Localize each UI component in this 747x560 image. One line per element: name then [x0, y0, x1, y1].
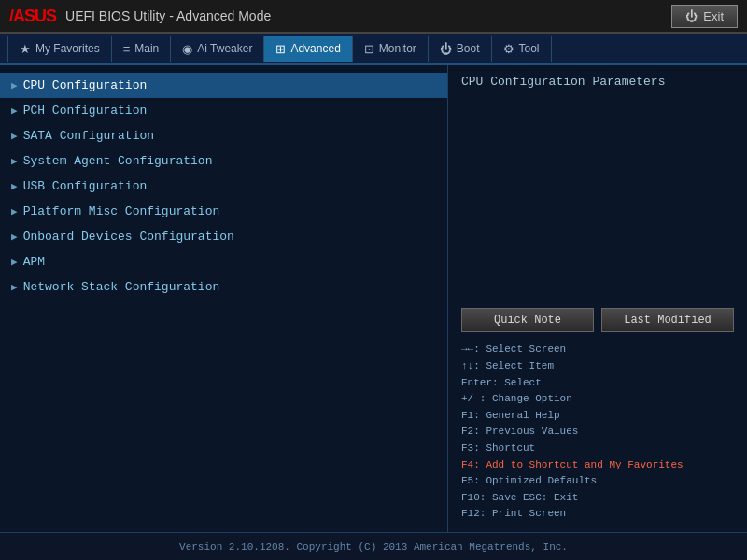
shortcut-item: F2: Previous Values [461, 424, 734, 441]
menu-arrow-pch-config: ▶ [11, 105, 18, 117]
menu-item-onboard-devices[interactable]: ▶Onboard Devices Configuration [0, 224, 447, 249]
menu-item-pch-config[interactable]: ▶PCH Configuration [0, 98, 447, 123]
nav-item-monitor[interactable]: ⊡Monitor [353, 36, 429, 62]
nav-label-main: Main [134, 42, 159, 55]
menu-label-sata-config: SATA Configuration [23, 129, 154, 143]
menu-arrow-sata-config: ▶ [11, 130, 18, 142]
last-modified-button[interactable]: Last Modified [601, 308, 734, 332]
menu-label-platform-misc: Platform Misc Configuration [23, 204, 220, 218]
shortcut-item: F12: Print Screen [461, 506, 734, 523]
menu-label-usb-config: USB Configuration [23, 179, 148, 193]
right-panel: CPU Configuration Parameters Quick Note … [448, 65, 747, 532]
nav-icon-boot: ⏻ [440, 42, 452, 56]
menu-arrow-network-stack: ▶ [11, 281, 18, 293]
shortcut-item: F1: General Help [461, 408, 734, 425]
nav-item-ai-tweaker[interactable]: ◉Ai Tweaker [171, 36, 264, 62]
menu-label-network-stack: Network Stack Configuration [23, 280, 220, 294]
menu-label-system-agent: System Agent Configuration [23, 154, 213, 168]
menu-item-apm[interactable]: ▶APM [0, 249, 447, 274]
nav-icon-monitor: ⊡ [364, 42, 374, 56]
menu-arrow-cpu-config: ▶ [11, 79, 18, 91]
header-title: UEFI BIOS Utility - Advanced Mode [65, 8, 671, 23]
navigation: ★My Favorites≡Main◉Ai Tweaker⊞Advanced⊡M… [0, 34, 747, 65]
menu-item-network-stack[interactable]: ▶Network Stack Configuration [0, 274, 447, 300]
keyboard-shortcuts: →←: Select Screen↑↓: Select ItemEnter: S… [461, 342, 734, 523]
shortcut-item: +/-: Change Option [461, 391, 734, 408]
nav-label-advanced: Advanced [290, 42, 340, 55]
menu-label-onboard-devices: Onboard Devices Configuration [23, 230, 234, 244]
nav-label-favorites: My Favorites [35, 42, 100, 55]
exit-button[interactable]: ⏻ Exit [671, 5, 738, 28]
shortcut-item: F4: Add to Shortcut and My Favorites [461, 457, 734, 474]
shortcut-text: F4: Add to Shortcut and My Favorites [461, 459, 684, 470]
menu-arrow-usb-config: ▶ [11, 180, 18, 192]
nav-item-boot[interactable]: ⏻Boot [429, 36, 492, 62]
nav-item-tool[interactable]: ⚙Tool [492, 36, 552, 62]
shortcut-item: F10: Save ESC: Exit [461, 490, 734, 507]
description-area [461, 98, 734, 299]
shortcut-item: F3: Shortcut [461, 441, 734, 457]
quick-note-button[interactable]: Quick Note [461, 308, 594, 332]
left-panel: ▶CPU Configuration▶PCH Configuration▶SAT… [0, 65, 448, 532]
main-content: ▶CPU Configuration▶PCH Configuration▶SAT… [0, 65, 747, 532]
menu-arrow-apm: ▶ [11, 256, 18, 268]
nav-item-favorites[interactable]: ★My Favorites [7, 36, 112, 62]
menu-arrow-onboard-devices: ▶ [11, 231, 18, 243]
footer-text: Version 2.10.1208. Copyright (C) 2013 Am… [179, 541, 568, 553]
nav-icon-main: ≡ [123, 42, 131, 56]
shortcut-item: ↑↓: Select Item [461, 358, 734, 375]
nav-icon-advanced: ⊞ [275, 42, 286, 56]
menu-item-cpu-config[interactable]: ▶CPU Configuration [0, 73, 447, 98]
nav-icon-favorites: ★ [20, 42, 31, 56]
menu-label-apm: APM [23, 255, 45, 269]
menu-label-cpu-config: CPU Configuration [23, 78, 148, 92]
action-buttons: Quick Note Last Modified [461, 308, 734, 332]
nav-item-main[interactable]: ≡Main [112, 36, 172, 62]
menu-arrow-platform-misc: ▶ [11, 205, 18, 217]
shortcut-item: →←: Select Screen [461, 342, 734, 358]
power-icon: ⏻ [685, 9, 698, 23]
shortcut-item: F5: Optimized Defaults [461, 473, 734, 490]
nav-label-tool: Tool [519, 42, 540, 55]
footer: Version 2.10.1208. Copyright (C) 2013 Am… [0, 532, 747, 560]
menu-item-system-agent[interactable]: ▶System Agent Configuration [0, 148, 447, 174]
nav-icon-ai-tweaker: ◉ [182, 42, 192, 56]
nav-item-advanced[interactable]: ⊞Advanced [264, 36, 352, 62]
shortcut-item: Enter: Select [461, 375, 734, 392]
menu-label-pch-config: PCH Configuration [23, 104, 148, 118]
menu-item-platform-misc[interactable]: ▶Platform Misc Configuration [0, 199, 447, 224]
exit-label: Exit [703, 9, 724, 23]
nav-label-monitor: Monitor [379, 42, 416, 55]
menu-item-sata-config[interactable]: ▶SATA Configuration [0, 123, 447, 148]
nav-label-ai-tweaker: Ai Tweaker [197, 42, 252, 55]
nav-label-boot: Boot [457, 42, 480, 55]
menu-arrow-system-agent: ▶ [11, 155, 18, 167]
header: /ASUS UEFI BIOS Utility - Advanced Mode … [0, 0, 747, 34]
nav-icon-tool: ⚙ [503, 42, 514, 56]
asus-logo: /ASUS [9, 7, 56, 26]
section-description-title: CPU Configuration Parameters [461, 75, 734, 89]
menu-item-usb-config[interactable]: ▶USB Configuration [0, 174, 447, 199]
